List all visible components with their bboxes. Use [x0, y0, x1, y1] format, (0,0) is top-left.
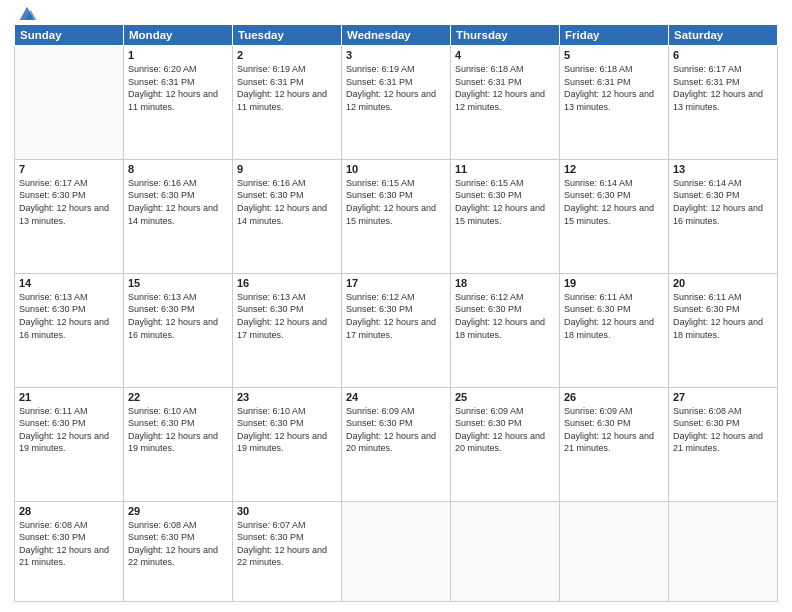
day-info: Sunrise: 6:14 AMSunset: 6:30 PMDaylight:…: [564, 177, 664, 227]
day-info: Sunrise: 6:16 AMSunset: 6:30 PMDaylight:…: [128, 177, 228, 227]
day-number: 18: [455, 277, 555, 289]
day-number: 26: [564, 391, 664, 403]
calendar-week-row: 14Sunrise: 6:13 AMSunset: 6:30 PMDayligh…: [15, 273, 778, 387]
calendar-header-row: SundayMondayTuesdayWednesdayThursdayFrid…: [15, 25, 778, 46]
day-number: 7: [19, 163, 119, 175]
table-row: 12Sunrise: 6:14 AMSunset: 6:30 PMDayligh…: [560, 159, 669, 273]
day-info: Sunrise: 6:13 AMSunset: 6:30 PMDaylight:…: [237, 291, 337, 341]
calendar-header-wednesday: Wednesday: [342, 25, 451, 46]
table-row: 27Sunrise: 6:08 AMSunset: 6:30 PMDayligh…: [669, 387, 778, 501]
table-row: 20Sunrise: 6:11 AMSunset: 6:30 PMDayligh…: [669, 273, 778, 387]
day-number: 13: [673, 163, 773, 175]
table-row: 21Sunrise: 6:11 AMSunset: 6:30 PMDayligh…: [15, 387, 124, 501]
day-info: Sunrise: 6:16 AMSunset: 6:30 PMDaylight:…: [237, 177, 337, 227]
table-row: [669, 501, 778, 602]
day-info: Sunrise: 6:12 AMSunset: 6:30 PMDaylight:…: [455, 291, 555, 341]
day-number: 30: [237, 505, 337, 517]
day-info: Sunrise: 6:20 AMSunset: 6:31 PMDaylight:…: [128, 63, 228, 113]
table-row: 23Sunrise: 6:10 AMSunset: 6:30 PMDayligh…: [233, 387, 342, 501]
table-row: 7Sunrise: 6:17 AMSunset: 6:30 PMDaylight…: [15, 159, 124, 273]
calendar-header-tuesday: Tuesday: [233, 25, 342, 46]
calendar-week-row: 7Sunrise: 6:17 AMSunset: 6:30 PMDaylight…: [15, 159, 778, 273]
day-number: 6: [673, 49, 773, 61]
day-info: Sunrise: 6:08 AMSunset: 6:30 PMDaylight:…: [673, 405, 773, 455]
calendar-week-row: 1Sunrise: 6:20 AMSunset: 6:31 PMDaylight…: [15, 46, 778, 160]
day-info: Sunrise: 6:12 AMSunset: 6:30 PMDaylight:…: [346, 291, 446, 341]
table-row: 15Sunrise: 6:13 AMSunset: 6:30 PMDayligh…: [124, 273, 233, 387]
day-info: Sunrise: 6:18 AMSunset: 6:31 PMDaylight:…: [455, 63, 555, 113]
table-row: 17Sunrise: 6:12 AMSunset: 6:30 PMDayligh…: [342, 273, 451, 387]
day-info: Sunrise: 6:14 AMSunset: 6:30 PMDaylight:…: [673, 177, 773, 227]
day-info: Sunrise: 6:15 AMSunset: 6:30 PMDaylight:…: [455, 177, 555, 227]
day-number: 8: [128, 163, 228, 175]
day-number: 24: [346, 391, 446, 403]
table-row: 3Sunrise: 6:19 AMSunset: 6:31 PMDaylight…: [342, 46, 451, 160]
table-row: 2Sunrise: 6:19 AMSunset: 6:31 PMDaylight…: [233, 46, 342, 160]
day-number: 21: [19, 391, 119, 403]
table-row: 18Sunrise: 6:12 AMSunset: 6:30 PMDayligh…: [451, 273, 560, 387]
calendar-header-thursday: Thursday: [451, 25, 560, 46]
table-row: 9Sunrise: 6:16 AMSunset: 6:30 PMDaylight…: [233, 159, 342, 273]
table-row: 30Sunrise: 6:07 AMSunset: 6:30 PMDayligh…: [233, 501, 342, 602]
table-row: 19Sunrise: 6:11 AMSunset: 6:30 PMDayligh…: [560, 273, 669, 387]
day-info: Sunrise: 6:19 AMSunset: 6:31 PMDaylight:…: [346, 63, 446, 113]
table-row: [451, 501, 560, 602]
logo-icon: [16, 2, 38, 24]
day-info: Sunrise: 6:10 AMSunset: 6:30 PMDaylight:…: [237, 405, 337, 455]
day-number: 2: [237, 49, 337, 61]
table-row: 28Sunrise: 6:08 AMSunset: 6:30 PMDayligh…: [15, 501, 124, 602]
day-number: 9: [237, 163, 337, 175]
table-row: 29Sunrise: 6:08 AMSunset: 6:30 PMDayligh…: [124, 501, 233, 602]
day-info: Sunrise: 6:11 AMSunset: 6:30 PMDaylight:…: [564, 291, 664, 341]
day-number: 12: [564, 163, 664, 175]
calendar-header-monday: Monday: [124, 25, 233, 46]
header: [14, 10, 778, 18]
day-number: 15: [128, 277, 228, 289]
day-number: 5: [564, 49, 664, 61]
calendar-week-row: 21Sunrise: 6:11 AMSunset: 6:30 PMDayligh…: [15, 387, 778, 501]
table-row: 10Sunrise: 6:15 AMSunset: 6:30 PMDayligh…: [342, 159, 451, 273]
day-info: Sunrise: 6:11 AMSunset: 6:30 PMDaylight:…: [19, 405, 119, 455]
calendar-header-friday: Friday: [560, 25, 669, 46]
table-row: 25Sunrise: 6:09 AMSunset: 6:30 PMDayligh…: [451, 387, 560, 501]
calendar-header-sunday: Sunday: [15, 25, 124, 46]
day-number: 16: [237, 277, 337, 289]
day-info: Sunrise: 6:08 AMSunset: 6:30 PMDaylight:…: [19, 519, 119, 569]
day-info: Sunrise: 6:15 AMSunset: 6:30 PMDaylight:…: [346, 177, 446, 227]
table-row: 1Sunrise: 6:20 AMSunset: 6:31 PMDaylight…: [124, 46, 233, 160]
calendar-header-saturday: Saturday: [669, 25, 778, 46]
day-info: Sunrise: 6:11 AMSunset: 6:30 PMDaylight:…: [673, 291, 773, 341]
day-number: 20: [673, 277, 773, 289]
table-row: 16Sunrise: 6:13 AMSunset: 6:30 PMDayligh…: [233, 273, 342, 387]
table-row: 11Sunrise: 6:15 AMSunset: 6:30 PMDayligh…: [451, 159, 560, 273]
day-number: 27: [673, 391, 773, 403]
calendar-week-row: 28Sunrise: 6:08 AMSunset: 6:30 PMDayligh…: [15, 501, 778, 602]
table-row: 6Sunrise: 6:17 AMSunset: 6:31 PMDaylight…: [669, 46, 778, 160]
day-info: Sunrise: 6:18 AMSunset: 6:31 PMDaylight:…: [564, 63, 664, 113]
day-number: 1: [128, 49, 228, 61]
day-number: 22: [128, 391, 228, 403]
day-number: 25: [455, 391, 555, 403]
day-number: 17: [346, 277, 446, 289]
table-row: 24Sunrise: 6:09 AMSunset: 6:30 PMDayligh…: [342, 387, 451, 501]
day-info: Sunrise: 6:13 AMSunset: 6:30 PMDaylight:…: [19, 291, 119, 341]
calendar-table: SundayMondayTuesdayWednesdayThursdayFrid…: [14, 24, 778, 602]
table-row: 4Sunrise: 6:18 AMSunset: 6:31 PMDaylight…: [451, 46, 560, 160]
day-number: 11: [455, 163, 555, 175]
day-info: Sunrise: 6:09 AMSunset: 6:30 PMDaylight:…: [346, 405, 446, 455]
day-info: Sunrise: 6:10 AMSunset: 6:30 PMDaylight:…: [128, 405, 228, 455]
day-number: 19: [564, 277, 664, 289]
table-row: [560, 501, 669, 602]
table-row: 26Sunrise: 6:09 AMSunset: 6:30 PMDayligh…: [560, 387, 669, 501]
page: SundayMondayTuesdayWednesdayThursdayFrid…: [0, 0, 792, 612]
table-row: 14Sunrise: 6:13 AMSunset: 6:30 PMDayligh…: [15, 273, 124, 387]
day-number: 29: [128, 505, 228, 517]
table-row: [15, 46, 124, 160]
day-info: Sunrise: 6:08 AMSunset: 6:30 PMDaylight:…: [128, 519, 228, 569]
day-info: Sunrise: 6:09 AMSunset: 6:30 PMDaylight:…: [455, 405, 555, 455]
table-row: [342, 501, 451, 602]
day-number: 14: [19, 277, 119, 289]
day-info: Sunrise: 6:13 AMSunset: 6:30 PMDaylight:…: [128, 291, 228, 341]
table-row: 22Sunrise: 6:10 AMSunset: 6:30 PMDayligh…: [124, 387, 233, 501]
day-info: Sunrise: 6:17 AMSunset: 6:31 PMDaylight:…: [673, 63, 773, 113]
